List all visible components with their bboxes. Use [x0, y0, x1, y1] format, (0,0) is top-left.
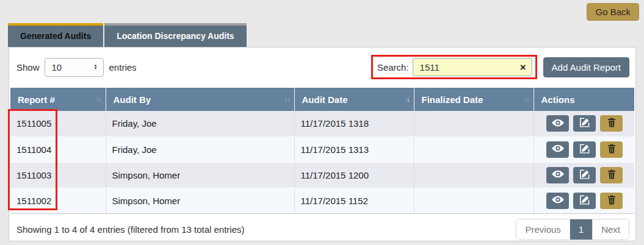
finalized-date-cell	[414, 188, 534, 213]
tab-generated-audits[interactable]: Generated Audits	[8, 23, 103, 47]
spinner-icon: ▲▼	[94, 64, 98, 70]
delete-button[interactable]	[600, 193, 623, 209]
audit-date-cell: 11/17/2015 1318	[294, 111, 414, 137]
table-controls: Show 10 ▲▼ entries Search: 1511 × Add Au…	[9, 48, 635, 85]
edit-icon	[580, 144, 590, 155]
eye-icon	[552, 170, 564, 180]
edit-icon	[580, 169, 590, 181]
table-row: 1511003 Simpson, Homer 11/17/2015 1200	[10, 162, 634, 188]
pagination: Previous 1 Next	[516, 219, 629, 240]
top-bar: Go Back	[0, 0, 644, 23]
page-size-value: 10	[52, 62, 62, 73]
add-audit-report-button[interactable]: Add Audit Report	[543, 57, 629, 77]
controls-right: Search: 1511 × Add Audit Report	[371, 55, 629, 79]
column-header-audit-by[interactable]: Audit By ↑↓	[106, 88, 294, 111]
go-back-button[interactable]: Go Back	[587, 3, 639, 21]
audit-by-cell: Simpson, Homer	[106, 188, 294, 213]
tab-location-discrepancy-audits[interactable]: Location Discrepancy Audits	[104, 23, 246, 47]
view-button[interactable]	[546, 115, 569, 132]
audits-table: Report # ↑↓ Audit By ↑↓ Audit Date ↑↓ Fi…	[10, 88, 634, 214]
audits-panel: Show 10 ▲▼ entries Search: 1511 × Add Au…	[9, 47, 636, 241]
view-button[interactable]	[546, 193, 569, 209]
search-label: Search:	[377, 62, 409, 73]
delete-button[interactable]	[600, 167, 623, 183]
audit-by-cell: Simpson, Homer	[106, 162, 294, 188]
edit-button[interactable]	[573, 141, 596, 158]
audit-by-cell: Friday, Joe	[106, 111, 294, 137]
table-row: 1511005 Friday, Joe 11/17/2015 1318	[10, 111, 634, 137]
trash-icon	[607, 169, 616, 181]
edit-icon	[580, 118, 590, 129]
delete-button[interactable]	[600, 115, 623, 132]
sort-icon: ↑↓	[284, 95, 289, 104]
search-value: 1511	[420, 62, 440, 73]
eye-icon	[552, 196, 564, 205]
edit-button[interactable]	[573, 167, 596, 183]
audit-date-cell: 11/17/2015 1152	[294, 188, 414, 213]
report-number-cell: 1511002	[10, 188, 106, 213]
edit-button[interactable]	[573, 115, 596, 132]
delete-button[interactable]	[600, 141, 623, 158]
column-header-actions: Actions	[534, 88, 634, 111]
report-number-cell: 1511004	[10, 137, 106, 162]
table-footer: Showing 1 to 4 of 4 entries (filtered fr…	[9, 214, 635, 245]
eye-icon	[552, 144, 564, 154]
trash-icon	[607, 144, 616, 155]
report-number-cell: 1511003	[10, 162, 106, 188]
finalized-date-cell	[414, 137, 534, 162]
eye-icon	[552, 119, 564, 129]
trash-icon	[607, 118, 616, 129]
tab-bar: Generated Audits Location Discrepancy Au…	[8, 23, 644, 47]
column-header-audit-date[interactable]: Audit Date ↑↓	[294, 88, 414, 111]
page-size-select[interactable]: 10 ▲▼	[45, 58, 104, 77]
report-number-cell: 1511005	[10, 111, 106, 137]
finalized-date-cell	[414, 162, 534, 188]
page-size-control: Show 10 ▲▼ entries	[16, 58, 137, 77]
sort-icon: ↑↓	[524, 95, 529, 104]
table-header-row: Report # ↑↓ Audit By ↑↓ Audit Date ↑↓ Fi…	[10, 88, 634, 111]
table-row: 1511004 Friday, Joe 11/17/2015 1313	[10, 137, 634, 162]
edit-icon	[580, 195, 590, 207]
clear-search-icon[interactable]: ×	[520, 62, 526, 73]
entries-summary: Showing 1 to 4 of 4 entries (filtered fr…	[16, 224, 245, 235]
column-header-report[interactable]: Report # ↑↓	[10, 88, 106, 111]
next-page-button[interactable]: Next	[592, 219, 629, 240]
previous-page-button[interactable]: Previous	[516, 219, 569, 240]
search-input[interactable]: 1511 ×	[413, 58, 532, 76]
view-button[interactable]	[546, 141, 569, 158]
view-button[interactable]	[546, 167, 569, 183]
entries-label: entries	[109, 62, 137, 73]
annotation-highlight-search: Search: 1511 ×	[371, 55, 537, 79]
sort-icon-active-desc: ↑↓	[404, 95, 409, 104]
table-row: 1511002 Simpson, Homer 11/17/2015 1152	[10, 188, 634, 213]
finalized-date-cell	[414, 111, 534, 137]
page-1-button[interactable]: 1	[570, 219, 592, 240]
audit-by-cell: Friday, Joe	[106, 137, 294, 162]
audit-date-cell: 11/17/2015 1200	[294, 162, 414, 188]
edit-button[interactable]	[573, 193, 596, 209]
column-header-finalized-date[interactable]: Finalized Date ↑↓	[414, 88, 534, 111]
audit-date-cell: 11/17/2015 1313	[294, 137, 414, 162]
sort-icon: ↑↓	[96, 95, 101, 104]
show-label: Show	[16, 62, 40, 73]
trash-icon	[607, 195, 616, 207]
